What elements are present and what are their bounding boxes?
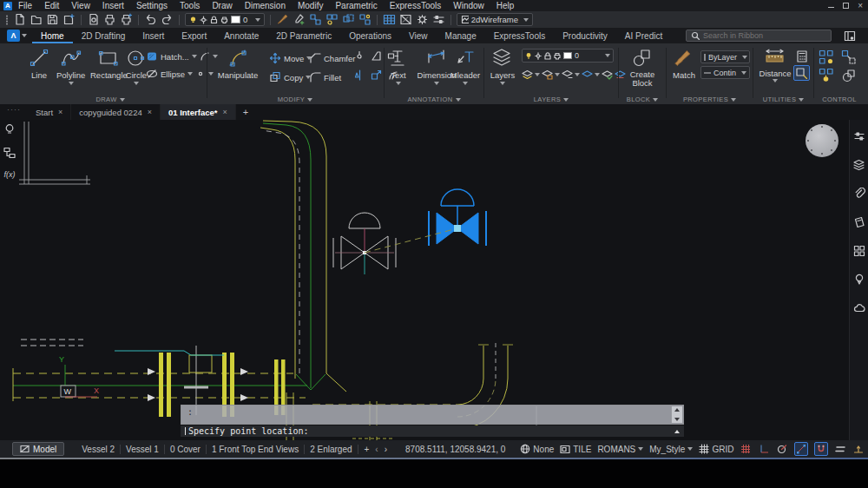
calculator-icon[interactable] <box>796 50 808 63</box>
ribbon-tab[interactable]: 2D Parametric <box>267 28 340 43</box>
materials-panel-icon[interactable] <box>853 216 865 228</box>
cloud-panel-icon[interactable] <box>853 302 865 314</box>
layers-panel-icon[interactable] <box>852 159 865 171</box>
ribbon-tab[interactable]: 2D Drafting <box>73 28 135 43</box>
ribbon-tab[interactable]: AI Predict <box>616 28 671 43</box>
line-button[interactable]: Line <box>28 47 50 80</box>
chevron-down-icon[interactable] <box>69 82 74 85</box>
dim-style-select[interactable]: My_Style <box>649 445 693 454</box>
chevron-down-icon[interactable] <box>500 82 505 85</box>
select-similar-icon[interactable] <box>309 13 322 26</box>
block-edit-icon[interactable] <box>342 13 355 26</box>
plot-icon[interactable] <box>120 13 133 26</box>
mirror-icon[interactable] <box>354 69 365 81</box>
selection-grip[interactable] <box>454 225 461 232</box>
drawing-canvas[interactable]: Y W X <box>0 120 868 440</box>
linetype-combo[interactable]: Contin <box>700 66 750 79</box>
block-convert-icon[interactable] <box>841 68 857 83</box>
print-icon[interactable] <box>103 13 116 26</box>
mleader-button[interactable]: Mleader <box>448 47 483 85</box>
toolbar-grip-icon[interactable] <box>4 14 10 26</box>
prev-layout-icon[interactable]: ‹ <box>375 445 378 454</box>
menu-item[interactable]: Help <box>490 1 521 10</box>
layer-state-icon[interactable] <box>602 69 613 80</box>
create-block-button[interactable]: Create Block <box>621 47 663 88</box>
snap-toggle[interactable] <box>740 443 752 455</box>
etrack-toggle[interactable] <box>852 443 865 455</box>
menu-item[interactable]: File <box>12 1 38 10</box>
layout-tab[interactable]: 2 Enlarged <box>305 445 358 454</box>
components-panel-icon[interactable] <box>853 245 865 257</box>
next-layout-icon[interactable]: › <box>385 445 387 454</box>
tabbar-grip-icon[interactable]: ···· <box>0 105 28 119</box>
command-history[interactable]: : <box>181 405 684 425</box>
menu-item[interactable]: Edit <box>38 1 65 10</box>
panel-label-utilities[interactable]: UTILITIES <box>754 96 812 103</box>
text-button[interactable]: Text <box>385 47 411 85</box>
document-tab[interactable]: 01 Interface*× <box>161 104 236 120</box>
ribbon-tab[interactable]: View <box>400 28 437 43</box>
chevron-down-icon[interactable] <box>463 82 468 85</box>
table-icon[interactable] <box>383 13 396 26</box>
document-tab[interactable]: Start× <box>28 104 71 120</box>
manipulate-button[interactable]: Manipulate <box>210 47 266 80</box>
annotation-scale[interactable]: None <box>520 444 554 454</box>
attachments-panel-icon[interactable] <box>853 188 865 200</box>
rectangle-button[interactable]: Rectangle <box>90 47 128 80</box>
redo-icon[interactable] <box>161 13 174 26</box>
model-tab[interactable]: Model <box>12 442 64 456</box>
chevron-down-icon[interactable] <box>134 82 139 85</box>
ribbon-app-button[interactable]: Λ <box>7 30 20 42</box>
chevron-down-icon[interactable] <box>595 73 600 76</box>
expand-history-icon[interactable] <box>674 430 680 433</box>
print-preview-icon[interactable] <box>87 13 100 26</box>
navigation-wheel[interactable] <box>806 124 838 157</box>
menu-item[interactable]: Parametric <box>329 1 383 10</box>
text-style-select[interactable]: ROMANS <box>597 445 643 454</box>
tile-toggle[interactable]: TILE <box>560 445 591 454</box>
panel-label-modify[interactable]: MODIFY <box>208 96 382 103</box>
point-icon[interactable] <box>195 69 206 79</box>
scroll-down-icon[interactable] <box>674 418 680 421</box>
visual-style-combo[interactable]: 2dWireframe <box>457 13 533 26</box>
match-button[interactable]: Match <box>669 47 699 80</box>
add-layout-button[interactable]: + <box>365 445 370 454</box>
ribbon-tab[interactable]: Productivity <box>554 28 616 43</box>
id-point-button[interactable] <box>793 65 810 81</box>
layout-tab[interactable]: 1 Front Top End Views <box>207 445 305 454</box>
save-as-icon[interactable] <box>62 13 76 26</box>
menu-item[interactable]: Dimension <box>239 1 292 10</box>
menu-item[interactable]: Window <box>447 1 490 10</box>
grid-toggle[interactable]: GRID <box>699 444 733 454</box>
match-properties-icon[interactable] <box>276 13 289 26</box>
layer-off-icon[interactable] <box>562 69 573 80</box>
layer-isolate-icon[interactable] <box>522 69 533 80</box>
valve-symbol[interactable] <box>333 213 396 274</box>
chevron-down-icon[interactable] <box>396 82 401 85</box>
eyedropper-icon[interactable] <box>293 13 306 26</box>
osnap-toggle[interactable] <box>814 442 828 456</box>
layout-tab[interactable]: Vessel 1 <box>121 445 165 454</box>
chevron-down-icon[interactable] <box>22 34 27 37</box>
dynamic-blocks-icon[interactable] <box>819 49 834 65</box>
menu-item[interactable]: ExpressTools <box>384 1 447 10</box>
rotate-icon[interactable] <box>354 50 365 62</box>
panel-label-properties[interactable]: PROPERTIES <box>667 96 752 103</box>
move-button[interactable]: Move <box>269 52 312 64</box>
close-button[interactable]: × <box>858 2 863 10</box>
gear-icon[interactable] <box>416 13 429 26</box>
scroll-up-icon[interactable] <box>674 408 680 412</box>
document-tab[interactable]: copyguided 0224× <box>71 104 161 120</box>
close-tab-icon[interactable]: × <box>148 108 152 116</box>
layout-tab[interactable]: 0 Cover <box>165 445 207 454</box>
layer-lock-tool-icon[interactable] <box>542 69 553 80</box>
ribbon-tab[interactable]: Home <box>32 28 73 43</box>
ribbon-tab[interactable]: Export <box>173 28 215 43</box>
trim-icon[interactable] <box>371 50 382 62</box>
chevron-down-icon[interactable] <box>192 55 197 58</box>
new-tab-button[interactable]: + <box>236 107 255 117</box>
menu-item[interactable]: Settings <box>130 1 174 10</box>
ribbon-tab[interactable]: Insert <box>134 28 173 43</box>
ellipse-button[interactable]: Ellipse <box>146 68 214 80</box>
command-scrollbar[interactable] <box>671 406 682 423</box>
